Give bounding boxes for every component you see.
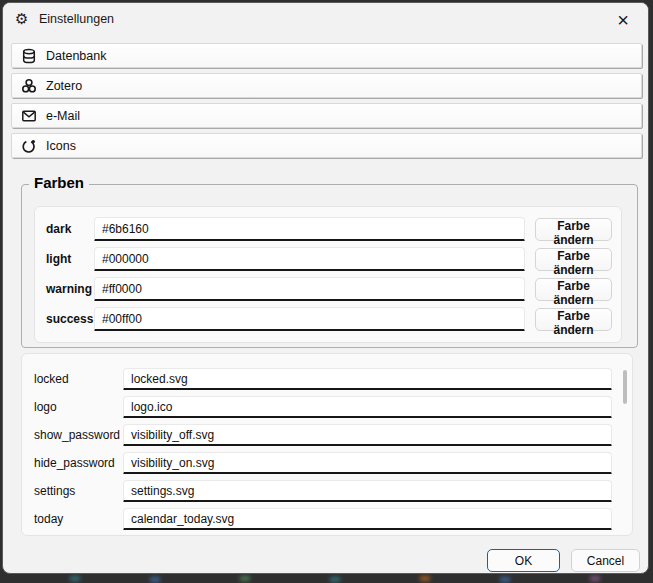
icon-file-input-show-password[interactable] [123,424,612,446]
section-label: Datenbank [46,49,106,63]
color-row-warning: warning Farbe ändern [35,277,621,301]
color-input-warning[interactable] [94,277,525,301]
cancel-button[interactable]: Cancel [571,549,640,572]
icon-files-panel: locked logo show_password hide_password … [21,353,633,536]
change-color-button-warning[interactable]: Farbe ändern [535,278,612,301]
change-color-button-dark[interactable]: Farbe ändern [535,218,612,241]
color-row-light: light Farbe ändern [35,247,621,271]
desktop-artifact [240,576,250,581]
icon-file-label: locked [34,372,69,386]
icon-file-input-settings[interactable] [123,480,612,502]
desktop-artifact [590,576,600,581]
icon-file-input-hide-password[interactable] [123,452,612,474]
icon-file-row-locked: locked [22,368,632,390]
icon-file-row-today: today [22,508,632,530]
icon-file-label: today [34,512,63,526]
farben-group-title: Farben [29,174,89,191]
close-icon: × [617,10,629,30]
color-row-success: success Farbe ändern [35,307,621,331]
color-input-light[interactable] [94,247,525,271]
icon-file-row-hide-password: hide_password [22,452,632,474]
ok-button[interactable]: OK [487,549,560,572]
farben-groupbox: Farben dark Farbe ändern light Farbe änd… [21,184,638,348]
desktop-artifact [70,576,80,581]
vertical-scrollbar[interactable] [623,370,627,404]
change-color-button-success[interactable]: Farbe ändern [535,308,612,331]
icon-file-input-locked[interactable] [123,368,612,390]
desktop-artifact [500,577,510,582]
color-row-dark: dark Farbe ändern [35,217,621,241]
desktop-artifact [420,576,430,581]
icon-file-label: show_password [34,428,120,442]
sync-icon [21,138,37,154]
icon-file-row-settings: settings [22,480,632,502]
icon-file-input-today[interactable] [123,508,612,530]
desktop-artifact [330,577,340,582]
section-label: e-Mail [46,109,80,123]
icon-file-row-show-password: show_password [22,424,632,446]
desktop-artifact [150,577,160,582]
section-header-zotero[interactable]: Zotero [11,73,642,98]
color-label: light [46,252,71,266]
title-bar[interactable]: ⚙ Einstellungen × [3,3,648,37]
change-color-button-light[interactable]: Farbe ändern [535,248,612,271]
icon-file-label: hide_password [34,456,115,470]
database-icon [21,48,37,64]
color-label: success [46,312,93,326]
icon-file-label: logo [34,400,57,414]
color-input-dark[interactable] [94,217,525,241]
mail-icon [21,108,37,124]
window-title: Einstellungen [39,12,114,26]
section-label: Zotero [46,79,82,93]
settings-dialog: ⚙ Einstellungen × Datenbank [2,2,649,574]
section-header-datenbank[interactable]: Datenbank [11,43,642,68]
color-label: dark [46,222,71,236]
section-label: Icons [46,139,76,153]
zotero-icon [21,78,37,94]
color-input-success[interactable] [94,307,525,331]
desktop-background: ⚙ Einstellungen × Datenbank [0,0,653,583]
section-header-email[interactable]: e-Mail [11,103,642,128]
icon-file-label: settings [34,484,75,498]
gear-icon: ⚙ [15,10,28,28]
icon-file-input-logo[interactable] [123,396,612,418]
close-button[interactable]: × [604,5,642,35]
section-header-icons[interactable]: Icons [11,133,642,158]
color-label: warning [46,282,92,296]
icon-file-row-logo: logo [22,396,632,418]
color-settings-panel: dark Farbe ändern light Farbe ändern war… [34,206,622,343]
